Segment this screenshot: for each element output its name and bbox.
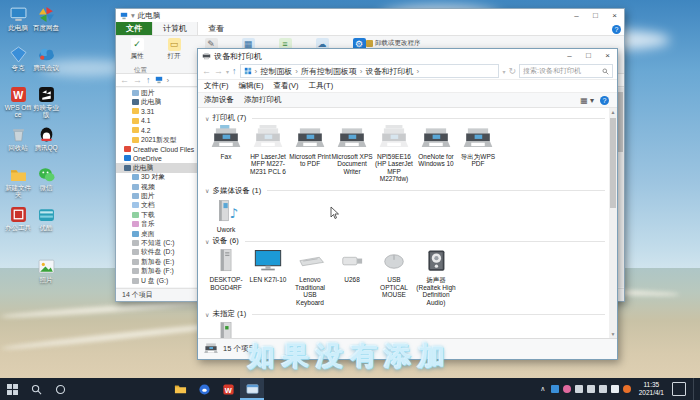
desktop-icon-diamond[interactable]: 夸克 [4, 46, 32, 71]
collapse-chevron-icon[interactable]: ∨ [205, 187, 209, 194]
breadcrumb-segment[interactable]: 所有控制面板项 [301, 66, 357, 77]
device-item[interactable]: USB OPTICAL MOUSE [373, 248, 415, 298]
device-item[interactable]: ♪Uwork [205, 198, 247, 233]
nav-item[interactable]: 图片 [116, 88, 197, 97]
device-item[interactable]: LEN K27i-10 [247, 248, 289, 283]
nav-item[interactable]: 音乐 [116, 219, 197, 228]
help-icon[interactable]: ? [612, 25, 621, 34]
device-item[interactable]: U268 [331, 248, 373, 283]
device-list[interactable]: ∨打印机 (7)FaxHP LaserJet MFP M227-M231 PCL… [198, 108, 617, 338]
breadcrumb-segment[interactable]: 设备和打印机 [366, 66, 414, 77]
scrollbar[interactable]: ▲ ▼ [609, 108, 617, 338]
forward-icon[interactable]: → [133, 75, 142, 85]
up-icon[interactable]: ↑ [146, 75, 151, 85]
device-item[interactable]: Microsoft XPS Document Writer [331, 125, 373, 175]
pen-tool-icon[interactable] [599, 385, 607, 393]
nav-item[interactable]: 图片 [116, 191, 197, 200]
desktop-icon-pinwheel[interactable]: 百度网盘 [32, 6, 60, 31]
desktop-icon-photo[interactable]: 照片 [32, 258, 60, 283]
chevron-up-icon[interactable]: ∧ [539, 385, 547, 393]
start-button[interactable] [0, 378, 24, 400]
device-item[interactable]: NPI59EE16 (HP LaserJet MFP M227fdw) [373, 125, 415, 183]
tab-计算机[interactable]: 计算机 [152, 21, 198, 35]
add-device-button[interactable]: 添加设备 [204, 95, 234, 105]
up-icon[interactable]: ↑ [232, 66, 237, 76]
nav-item[interactable]: 下载 [116, 210, 197, 219]
section-header[interactable]: ∨未指定 (1) [205, 309, 605, 319]
nav-item[interactable]: 桌面 [116, 229, 197, 238]
device-item[interactable]: Microsoft Print to PDF [289, 125, 331, 168]
device-item[interactable]: 扬声器 (Realtek High Definition Audio) [415, 248, 457, 306]
maximize-button[interactable]: □ [579, 49, 598, 62]
desktop-icon-wechat[interactable]: 微信 [32, 166, 60, 191]
nav-item[interactable]: 软件盘 (D:) [116, 248, 197, 257]
navigation-pane[interactable]: 图片此电脑3.314.14.22021新发型Creative Cloud Fil… [116, 88, 198, 287]
minimize-button[interactable]: – [567, 9, 586, 22]
close-button[interactable]: × [598, 49, 617, 62]
device-item[interactable]: Lenovo Traditional USB Keyboard [289, 248, 331, 306]
pink-app-icon[interactable] [563, 385, 571, 393]
打开-button[interactable]: ▭打开 [159, 38, 189, 60]
minimize-button[interactable]: – [560, 49, 579, 62]
bg-scrollbar-thumb[interactable] [618, 92, 623, 152]
breadcrumb[interactable]: › 控制面板›所有控制面板项›设备和打印机› [240, 64, 500, 78]
device-item[interactable] [205, 321, 247, 338]
desktop-icon-tealapp[interactable]: 优酷 [32, 206, 60, 231]
section-header[interactable]: ∨设备 (6) [205, 236, 605, 246]
tab-查看[interactable]: 查看 [198, 22, 234, 35]
nav-item[interactable]: Creative Cloud Files [116, 144, 197, 153]
taskbar-app-explorer[interactable] [168, 378, 192, 400]
network-icon[interactable] [587, 385, 595, 393]
desktop-icon-qq[interactable]: 腾讯QQ [32, 126, 60, 151]
this-pc-titlebar[interactable]: ▾ 此电脑 – □ × [116, 9, 624, 22]
orange-app-icon[interactable] [623, 385, 631, 393]
device-item[interactable]: Fax [205, 125, 247, 160]
shield-icon[interactable] [551, 385, 559, 393]
nav-item[interactable]: 4.1 [116, 116, 197, 125]
menu-item[interactable]: 查看(V) [274, 81, 299, 91]
taskbar-app-explorer-active[interactable] [240, 378, 264, 400]
help-icon[interactable]: ? [600, 96, 609, 105]
nav-item[interactable]: 2021新发型 [116, 135, 197, 144]
menu-item[interactable]: 工具(T) [309, 81, 334, 91]
desktop-icon-capcut[interactable]: 剪映专业版 [32, 86, 60, 118]
section-header[interactable]: ∨多媒体设备 (1) [205, 186, 605, 196]
usb-plug-icon[interactable] [575, 385, 583, 393]
forward-icon[interactable]: → [214, 66, 223, 76]
nav-item[interactable]: 文档 [116, 201, 197, 210]
address-dropdown-icon[interactable]: ▾ [502, 68, 505, 75]
menu-item[interactable]: 文件(F) [204, 81, 229, 91]
refresh-icon[interactable]: ↻ [508, 66, 516, 76]
desktop-icon-folder[interactable]: 新建文件夹 [4, 166, 32, 198]
show-desktop-button[interactable] [693, 378, 698, 400]
nav-item[interactable]: 4.2 [116, 126, 197, 135]
nav-item[interactable]: OneDrive [116, 154, 197, 163]
device-item[interactable]: HP LaserJet MFP M227-M231 PCL 6 [247, 125, 289, 175]
window-devices-and-printers[interactable]: 设备和打印机 – □ × ← → ▾ ↑ › 控制面板›所有控制面板项›设备和打… [197, 48, 618, 360]
bg-scrollbar[interactable] [617, 88, 624, 287]
add-printer-button[interactable]: 添加打印机 [244, 95, 282, 105]
nav-item[interactable]: 3D 对象 [116, 173, 197, 182]
nav-item[interactable]: U 盘 (G:) [116, 276, 197, 285]
nav-item[interactable]: 新加卷 (E:) [116, 257, 197, 266]
卸载或更改程序-button[interactable]: 卸载或更改程序 [366, 39, 421, 48]
ime-keyboard-icon[interactable] [611, 385, 619, 393]
history-dropdown-icon[interactable]: ▾ [226, 68, 229, 75]
nav-item[interactable]: 不知道 (C:) [116, 238, 197, 247]
desktop-icon-cloud[interactable]: 腾讯会议 [32, 46, 60, 71]
back-icon[interactable]: ← [120, 75, 129, 85]
quick-access-toolbar[interactable]: ▾ [131, 11, 135, 20]
desktop-icon-redapp[interactable]: 办公工具 [4, 206, 32, 231]
maximize-button[interactable]: □ [586, 9, 605, 22]
nav-item[interactable]: 3.31 [116, 107, 197, 116]
nav-item[interactable]: 新加卷 (F:) [116, 266, 197, 275]
collapse-chevron-icon[interactable]: ∨ [205, 238, 209, 245]
cortana-button[interactable] [48, 378, 72, 400]
back-icon[interactable]: ← [202, 66, 211, 76]
view-options-icon[interactable]: ▦ ▾ [580, 96, 594, 105]
scrollbar-thumb[interactable] [610, 118, 616, 208]
taskbar-app-wps[interactable]: W [216, 378, 240, 400]
desktop-icon-pc[interactable]: 此电脑 [4, 6, 32, 31]
tab-文件[interactable]: 文件 [116, 22, 152, 35]
nav-item[interactable]: 此电脑 [116, 163, 197, 172]
